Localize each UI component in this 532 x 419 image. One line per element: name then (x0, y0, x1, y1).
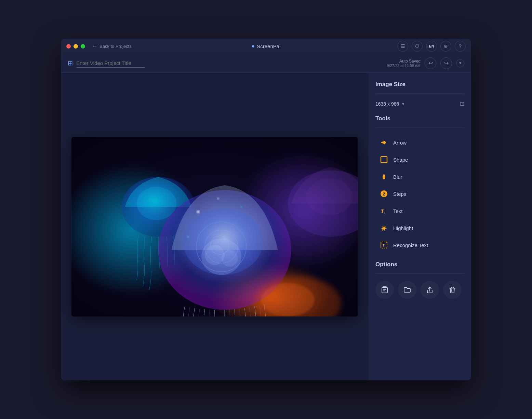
steps-tool-label: Steps (393, 191, 406, 197)
autosave-label: Auto Saved (387, 59, 421, 64)
more-options-button[interactable]: ▼ (456, 59, 464, 67)
svg-point-19 (306, 178, 353, 215)
jellyfish-image (71, 137, 358, 316)
traffic-lights (66, 44, 85, 49)
recognize-icon: T (380, 241, 388, 249)
delete-button[interactable] (443, 281, 462, 299)
share-button[interactable] (421, 281, 439, 299)
blur-tool-label: Blur (393, 174, 402, 180)
svg-point-14 (197, 210, 200, 213)
list-icon-button[interactable]: ☰ (397, 41, 408, 52)
titlebar-actions: ☰ ⏱ EN ⊕ ? (397, 41, 466, 52)
screenpal-logo-icon: ● (252, 43, 255, 49)
project-icon: ⊞ (68, 59, 73, 67)
minimize-button[interactable] (74, 44, 78, 49)
svg-point-15 (217, 197, 219, 199)
recognize-text-tool[interactable]: T Recognize Text (375, 237, 464, 253)
section-divider-2 (375, 127, 464, 128)
svg-point-21 (261, 283, 315, 316)
svg-rect-23 (381, 157, 387, 163)
back-arrow-icon: ← (92, 43, 97, 49)
app-name: ScreenPal (257, 43, 280, 49)
options-buttons (375, 281, 464, 299)
app-window: ← Back to Projects ● ScreenPal ☰ ⏱ EN ⊕ … (61, 39, 471, 380)
blur-icon (380, 172, 388, 181)
blur-tool[interactable]: Blur (375, 169, 464, 185)
svg-point-5 (137, 187, 177, 220)
highlight-tool-label: Highlight (393, 225, 413, 231)
image-size-value: 1638 x 986 (375, 101, 399, 107)
svg-point-10 (221, 250, 238, 267)
appbar: ⊞ Auto Saved 9/27/22 at 11:38 AM ↩ ↪ ▼ (61, 54, 471, 73)
text-tool[interactable]: T t Text (375, 203, 464, 219)
right-panel: Image Size 1638 x 986 ▼ ⊡ Tools (369, 73, 471, 380)
layers-icon-button[interactable]: ⊕ (440, 41, 451, 52)
section-divider-1 (375, 93, 464, 94)
steps-icon: 2 (380, 189, 388, 198)
redo-button[interactable]: ↪ (440, 57, 452, 69)
image-size-title: Image Size (375, 81, 464, 88)
arrow-tool-label: Arrow (393, 140, 407, 146)
autosave-time: 9/27/22 at 11:38 AM (387, 64, 421, 68)
back-button[interactable]: ← Back to Projects (92, 43, 132, 49)
shape-tool[interactable]: Shape (375, 152, 464, 167)
highlight-tool[interactable]: Highlight (375, 220, 464, 236)
image-frame (71, 137, 358, 316)
image-size-row: 1638 x 986 ▼ ⊡ (375, 100, 464, 107)
titlebar-center: ● ScreenPal (252, 43, 281, 49)
highlight-icon (380, 224, 388, 232)
clock-icon-button[interactable]: ⏱ (412, 41, 423, 52)
svg-rect-31 (382, 287, 387, 293)
main-content: Image Size 1638 x 986 ▼ ⊡ Tools (61, 73, 471, 380)
svg-text:T: T (381, 208, 384, 214)
maximize-button[interactable] (81, 44, 85, 49)
close-button[interactable] (66, 44, 71, 49)
language-button[interactable]: EN (426, 41, 437, 52)
steps-tool[interactable]: 2 Steps (375, 186, 464, 202)
section-divider-3 (375, 273, 464, 274)
text-tool-label: Text (393, 208, 403, 214)
svg-point-16 (240, 206, 242, 207)
options-title: Options (375, 261, 464, 268)
svg-text:t: t (384, 210, 386, 214)
tools-section: Tools Arrow (375, 115, 464, 253)
svg-text:2: 2 (383, 192, 385, 197)
chevron-down-icon: ▼ (401, 102, 405, 106)
canvas-area (61, 73, 369, 380)
titlebar: ← Back to Projects ● ScreenPal ☰ ⏱ EN ⊕ … (61, 39, 471, 54)
text-icon: T t (380, 206, 388, 215)
crop-icon[interactable]: ⊡ (460, 100, 464, 107)
tools-title: Tools (375, 115, 464, 122)
back-label: Back to Projects (99, 44, 132, 49)
project-title-input[interactable] (76, 59, 145, 68)
folder-button[interactable] (398, 281, 416, 299)
image-size-section: Image Size 1638 x 986 ▼ ⊡ (375, 81, 464, 107)
clipboard-button[interactable] (375, 281, 394, 299)
arrow-icon (380, 138, 388, 147)
options-section: Options (375, 261, 464, 299)
undo-button[interactable]: ↩ (425, 57, 436, 69)
shape-tool-label: Shape (393, 157, 408, 163)
appbar-right: Auto Saved 9/27/22 at 11:38 AM ↩ ↪ ▼ (387, 57, 464, 69)
autosave-info: Auto Saved 9/27/22 at 11:38 AM (387, 59, 421, 68)
recognize-text-tool-label: Recognize Text (393, 242, 428, 248)
svg-point-17 (187, 235, 189, 238)
image-size-selector[interactable]: 1638 x 986 ▼ (375, 101, 405, 107)
arrow-tool[interactable]: Arrow (375, 135, 464, 150)
shape-icon (380, 155, 388, 164)
tools-list: Arrow Shape (375, 135, 464, 253)
project-title-area: ⊞ (68, 59, 145, 68)
svg-text:T: T (383, 244, 385, 247)
help-icon-button[interactable]: ? (455, 41, 466, 52)
